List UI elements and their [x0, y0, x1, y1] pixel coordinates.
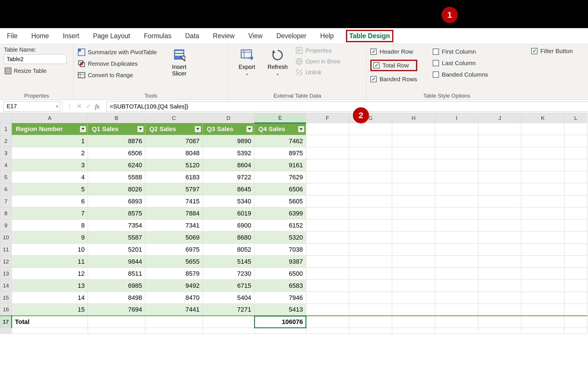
empty-cell[interactable] [521, 244, 564, 256]
data-cell[interactable]: 7415 [145, 195, 203, 207]
data-cell[interactable]: 8 [12, 219, 88, 232]
empty-cell[interactable] [564, 159, 587, 171]
data-cell[interactable]: 5069 [145, 232, 203, 244]
empty-cell[interactable] [521, 292, 564, 304]
tab-insert[interactable]: Insert [61, 30, 81, 42]
empty-cell[interactable] [392, 292, 435, 304]
empty-cell[interactable] [349, 256, 392, 268]
empty-cell[interactable] [392, 123, 435, 135]
first-column-checkbox[interactable]: First Column [433, 48, 488, 55]
col-header-B[interactable]: B [88, 113, 145, 123]
empty-cell[interactable] [392, 171, 435, 183]
col-header-F[interactable]: F [306, 113, 349, 123]
empty-cell[interactable] [435, 280, 478, 292]
empty-cell[interactable] [521, 316, 564, 328]
row-header-1[interactable]: 1 [0, 123, 12, 135]
row-header-13[interactable]: 13 [0, 268, 12, 280]
data-cell[interactable]: 9722 [203, 171, 254, 183]
col-header-I[interactable]: I [435, 113, 478, 123]
data-cell[interactable]: 8470 [145, 292, 203, 304]
empty-cell[interactable] [478, 304, 521, 316]
data-cell[interactable]: 8975 [254, 147, 306, 159]
convert-range-button[interactable]: Convert to Range [78, 71, 157, 79]
empty-cell[interactable] [564, 123, 587, 135]
row-header-14[interactable]: 14 [0, 280, 12, 292]
tab-help[interactable]: Help [318, 30, 335, 42]
empty-cell[interactable] [521, 135, 564, 147]
data-cell[interactable]: 5120 [145, 159, 203, 171]
empty-cell[interactable] [392, 195, 435, 207]
data-cell[interactable]: 5413 [254, 304, 306, 316]
empty-cell[interactable] [392, 244, 435, 256]
empty-cell[interactable] [478, 280, 521, 292]
tab-developer[interactable]: Developer [274, 30, 308, 42]
data-cell[interactable]: 15 [12, 304, 88, 316]
row-header-4[interactable]: 4 [0, 159, 12, 171]
empty-cell[interactable] [392, 135, 435, 147]
data-cell[interactable]: 14 [12, 292, 88, 304]
data-cell[interactable]: 6019 [203, 207, 254, 219]
row-header-9[interactable]: 9 [0, 219, 12, 232]
export-button[interactable]: Export▾ [233, 46, 261, 92]
data-cell[interactable]: 8876 [88, 135, 145, 147]
formula-input[interactable]: =SUBTOTAL(109,[Q4 Sales]) [107, 101, 588, 112]
empty-cell[interactable] [306, 171, 349, 183]
data-cell[interactable]: 2 [12, 147, 88, 159]
empty-cell[interactable] [564, 256, 587, 268]
data-cell[interactable]: 12 [12, 268, 88, 280]
row-header-6[interactable]: 6 [0, 183, 12, 195]
data-cell[interactable]: 7694 [88, 304, 145, 316]
data-cell[interactable]: 8579 [145, 268, 203, 280]
col-header-L[interactable]: L [564, 113, 587, 123]
empty-cell[interactable] [306, 219, 349, 232]
header-row-checkbox[interactable]: Header Row [370, 48, 417, 55]
empty-cell[interactable] [435, 292, 478, 304]
row-header-2[interactable]: 2 [0, 135, 12, 147]
table-header-4[interactable]: Q4 Sales [254, 123, 306, 135]
empty-cell[interactable] [145, 328, 203, 334]
data-cell[interactable]: 3 [12, 159, 88, 171]
data-cell[interactable]: 7038 [254, 244, 306, 256]
data-cell[interactable]: 5 [12, 183, 88, 195]
empty-cell[interactable] [254, 328, 306, 334]
empty-cell[interactable] [564, 316, 587, 328]
empty-cell[interactable] [435, 219, 478, 232]
empty-cell[interactable] [435, 328, 478, 334]
data-cell[interactable]: 6506 [88, 147, 145, 159]
empty-cell[interactable] [564, 244, 587, 256]
data-cell[interactable]: 9161 [254, 159, 306, 171]
empty-cell[interactable] [306, 123, 349, 135]
empty-cell[interactable] [521, 183, 564, 195]
data-cell[interactable]: 5320 [254, 232, 306, 244]
tab-table-design[interactable]: Table Design [346, 30, 393, 42]
data-cell[interactable]: 6183 [145, 171, 203, 183]
data-cell[interactable]: 6893 [88, 195, 145, 207]
tab-file[interactable]: File [5, 30, 19, 42]
tab-data[interactable]: Data [183, 30, 201, 42]
empty-cell[interactable] [306, 328, 349, 334]
empty-cell[interactable] [306, 147, 349, 159]
data-cell[interactable]: 5392 [203, 147, 254, 159]
data-cell[interactable]: 6506 [254, 183, 306, 195]
empty-cell[interactable] [564, 195, 587, 207]
empty-cell[interactable] [521, 232, 564, 244]
empty-cell[interactable] [478, 147, 521, 159]
filter-dropdown-icon[interactable] [298, 126, 305, 133]
empty-cell[interactable] [435, 159, 478, 171]
total-value-cell[interactable]: 106076 [254, 316, 306, 328]
empty-cell[interactable] [564, 328, 587, 334]
data-cell[interactable]: 8048 [145, 147, 203, 159]
empty-cell[interactable] [392, 147, 435, 159]
worksheet-grid[interactable]: ABCDEFGHIJKL1Region NumberQ1 SalesQ2 Sal… [0, 113, 588, 334]
empty-cell[interactable] [478, 207, 521, 219]
row-header-17[interactable]: 17 [0, 316, 12, 328]
data-cell[interactable]: 6500 [254, 268, 306, 280]
empty-cell[interactable] [306, 316, 349, 328]
table-header-0[interactable]: Region Number [12, 123, 88, 135]
empty-cell[interactable] [349, 147, 392, 159]
col-header-D[interactable]: D [203, 113, 254, 123]
empty-cell[interactable] [564, 183, 587, 195]
tab-page-layout[interactable]: Page Layout [91, 30, 132, 42]
empty-cell[interactable] [349, 171, 392, 183]
empty-cell[interactable] [435, 316, 478, 328]
